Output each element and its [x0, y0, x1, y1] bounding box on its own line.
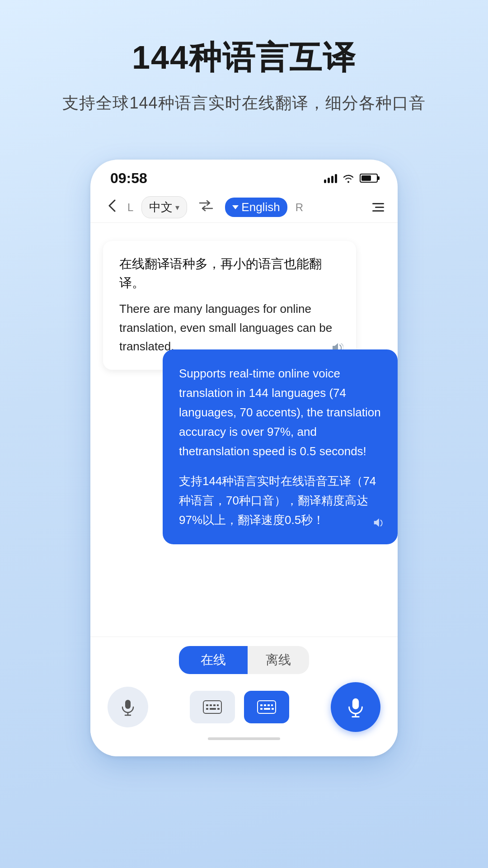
right-chat-bubble: Supports real-time online voice translat…	[163, 349, 398, 544]
svg-rect-19	[352, 698, 359, 709]
svg-rect-10	[217, 708, 220, 710]
svg-rect-6	[213, 704, 216, 706]
status-icons	[324, 173, 378, 183]
menu-button[interactable]	[372, 203, 384, 212]
wifi-icon	[343, 173, 354, 183]
dropdown-triangle-icon	[232, 205, 239, 209]
svg-rect-14	[267, 704, 270, 706]
left-bubble-en-text: There are many languages for online tran…	[119, 300, 340, 356]
offline-mode-button[interactable]: 离线	[248, 646, 309, 674]
mic-button-left[interactable]	[108, 687, 148, 727]
keyboard-buttons	[190, 691, 289, 723]
page-title: 144种语言互译	[132, 36, 356, 80]
svg-rect-4	[206, 704, 208, 706]
left-bubble-cn-text: 在线翻译语种多，再小的语言也能翻译。	[119, 255, 340, 292]
right-lang-label: English	[241, 200, 280, 214]
back-button[interactable]	[104, 197, 120, 218]
online-mode-button[interactable]: 在线	[179, 646, 248, 674]
svg-rect-9	[210, 708, 216, 710]
microphone-icon-left	[119, 698, 137, 716]
svg-rect-18	[272, 708, 274, 710]
home-indicator	[208, 737, 280, 740]
page-subtitle: 支持全球144种语言实时在线翻译，细分各种口音	[62, 92, 425, 114]
right-lang-suffix: R	[296, 201, 303, 214]
svg-rect-11	[258, 701, 276, 713]
svg-rect-13	[264, 704, 266, 706]
left-lang-button[interactable]: 中文 ▾	[141, 196, 187, 218]
bottom-controls	[103, 682, 385, 732]
swap-languages-button[interactable]	[194, 198, 218, 217]
svg-rect-17	[264, 708, 270, 710]
svg-rect-15	[271, 704, 273, 706]
svg-rect-16	[260, 708, 263, 710]
keyboard-icon-blue	[257, 700, 277, 714]
svg-rect-7	[217, 704, 219, 706]
svg-rect-5	[210, 704, 212, 706]
signal-icon	[324, 173, 337, 183]
status-bar: 09:58	[90, 160, 398, 192]
keyboard-icon-gray	[202, 700, 222, 714]
chat-area: 在线翻译语种多，再小的语言也能翻译。 There are many langua…	[90, 223, 398, 637]
phone-screen: 09:58	[90, 160, 398, 756]
svg-rect-12	[260, 704, 263, 706]
right-bubble-en-text: Supports real-time online voice translat…	[179, 364, 381, 461]
status-time: 09:58	[110, 170, 147, 187]
nav-bar: L 中文 ▾ English R	[90, 192, 398, 223]
right-lang-button[interactable]: English	[225, 198, 287, 217]
keyboard-button-gray[interactable]	[190, 691, 235, 723]
left-lang-label: 中文	[149, 199, 173, 215]
svg-rect-3	[203, 701, 221, 713]
mic-button-right[interactable]	[331, 682, 380, 732]
chevron-down-icon: ▾	[175, 203, 179, 212]
keyboard-button-blue[interactable]	[244, 691, 289, 723]
microphone-icon-right	[345, 696, 366, 718]
svg-rect-8	[206, 708, 208, 710]
right-bubble-cn-text: 支持144种语言实时在线语音互译（74种语言，70种口音），翻译精度高达97%以…	[179, 472, 381, 530]
phone-mockup: 09:58	[72, 142, 416, 765]
bottom-bar: 在线 离线	[90, 637, 398, 756]
sound-icon-right[interactable]	[372, 517, 384, 532]
mode-selector: 在线 离线	[103, 646, 385, 674]
left-lang-prefix: L	[127, 201, 133, 214]
svg-rect-0	[125, 700, 131, 709]
battery-icon	[360, 174, 378, 183]
